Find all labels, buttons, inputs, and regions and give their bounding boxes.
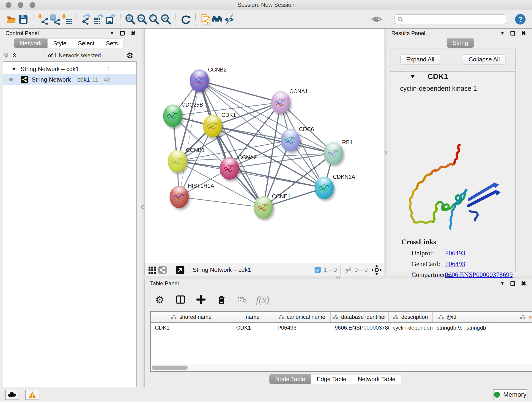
float-panel-icon[interactable]: ▼ — [500, 31, 505, 36]
help-button[interactable]: ? — [515, 14, 526, 25]
node-CDK1[interactable] — [203, 115, 222, 137]
search-input[interactable] — [403, 16, 500, 22]
node-CCNB2[interactable] — [190, 70, 209, 92]
column-header-name[interactable]: name — [232, 312, 273, 322]
right-splitter-handle[interactable] — [383, 151, 387, 154]
maximize-panel-icon[interactable] — [120, 31, 125, 36]
tab-style[interactable]: Style — [47, 38, 72, 48]
node-CCNA1[interactable] — [271, 91, 290, 114]
selected-checkbox-icon[interactable] — [315, 267, 321, 273]
export-table-button[interactable] — [93, 13, 104, 26]
close-panel-icon[interactable]: ✖ — [521, 30, 526, 37]
zoom-in-button[interactable] — [124, 13, 136, 26]
node-CDC6[interactable] — [281, 129, 300, 152]
warnings-button[interactable] — [25, 390, 39, 400]
edge-CCNB2-HIST1H1A[interactable] — [179, 81, 199, 197]
import-network-from-database-button[interactable] — [49, 13, 61, 26]
share-gray-icon — [157, 264, 167, 275]
collapse-all-chevron-icon[interactable] — [3, 52, 10, 59]
delete-column-button[interactable] — [215, 294, 228, 306]
node-CCNE1[interactable] — [254, 196, 273, 219]
node-CCNB1[interactable] — [168, 150, 187, 172]
show-all-button[interactable] — [371, 13, 383, 26]
zoom-out-button[interactable] — [136, 13, 148, 26]
crosslink-row: Compartments:9606.ENSP00000378699 — [390, 271, 515, 279]
node-HIST1H1A[interactable] — [170, 186, 189, 208]
edge-HIST1H1A-CCNE1[interactable] — [179, 197, 263, 207]
table-options-gear-icon[interactable]: ⚙ — [154, 294, 166, 306]
cell-description[interactable]: cyclin-dependent ... — [389, 325, 433, 331]
home-networks-button[interactable] — [211, 13, 223, 26]
hide-selected-button[interactable] — [223, 13, 235, 26]
float-panel-icon[interactable]: ▼ — [500, 281, 505, 286]
tab-select[interactable]: Select — [72, 38, 100, 48]
grid-view-button[interactable] — [147, 264, 157, 276]
collapse-all-button[interactable]: Collapse All — [463, 54, 506, 64]
column-header-@id[interactable]: @id — [433, 312, 462, 322]
maximize-panel-icon[interactable] — [510, 281, 515, 286]
column-header-namespace[interactable]: namespace — [462, 312, 532, 322]
column-header-canonical-name[interactable]: canonical name — [273, 312, 331, 322]
close-panel-icon[interactable]: ✖ — [131, 30, 136, 37]
gene-entry-header[interactable]: CDK1 — [390, 71, 515, 82]
import-network-from-file-button[interactable] — [37, 13, 49, 26]
search-box[interactable] — [394, 14, 506, 24]
open-session-button[interactable] — [6, 13, 17, 26]
network-canvas[interactable]: CCNB2CCNA1CDC25BCDK1CDC6RB1CCNB1CCNA2CDK… — [145, 29, 384, 263]
tab-sets[interactable]: Sets — [100, 38, 123, 48]
expand-all-chevron-icon[interactable] — [11, 52, 18, 59]
cell-name[interactable]: CDK1 — [232, 325, 273, 331]
birds-eye-view-button[interactable] — [175, 264, 185, 276]
float-panel-icon[interactable]: ▼ — [110, 31, 114, 36]
import-table-from-file-button[interactable] — [61, 13, 73, 26]
crosslink-link[interactable]: 9606.ENSP00000378699 — [445, 271, 513, 279]
export-image-button[interactable] — [104, 13, 116, 26]
node-CCNA2[interactable] — [220, 157, 239, 180]
expand-all-button[interactable]: Expand All — [400, 54, 440, 64]
network-options-gear-icon[interactable]: ⚙ — [127, 51, 133, 60]
entry-collapse-triangle[interactable] — [411, 75, 415, 78]
column-header-shared-name[interactable]: shared name — [151, 312, 232, 322]
pan-mode-button[interactable] — [371, 264, 382, 276]
results-panel: Results Panel ▼ ✖ String Expand All Coll… — [387, 29, 532, 276]
tab-string[interactable]: String — [447, 38, 474, 48]
memory-button[interactable]: Memory — [493, 389, 527, 400]
refresh-view-button[interactable] — [180, 13, 191, 26]
cell-shared-name[interactable]: CDK1 — [151, 325, 232, 331]
node-CDKN1A[interactable] — [315, 177, 334, 199]
table-row[interactable]: CDK1CDK1P064939606.ENSP00000378699cyclin… — [151, 323, 532, 333]
tab-network-table[interactable]: Network Table — [352, 374, 401, 384]
delete-table-button-disabled[interactable] — [236, 294, 248, 306]
cell-namespace[interactable]: stringdb — [462, 325, 532, 331]
save-session-button[interactable] — [17, 13, 29, 26]
close-panel-icon[interactable]: ✖ — [521, 280, 526, 287]
column-header-database-identifier[interactable]: database identifier — [331, 312, 389, 322]
node-CDC25B[interactable] — [163, 104, 182, 127]
network-row-selected[interactable]: String Network – cdk1 11 48 — [3, 74, 136, 85]
function-builder-button-disabled[interactable]: f(x) — [257, 294, 269, 306]
node-RB1[interactable] — [324, 142, 343, 165]
crosslink-link[interactable]: P06493 — [445, 260, 465, 268]
column-header-description[interactable]: description — [389, 312, 433, 322]
zoom-fit-button[interactable] — [148, 13, 160, 26]
network-share-view-button[interactable] — [157, 264, 167, 276]
export-image-icon — [105, 14, 116, 25]
tab-node-table[interactable]: Node Table — [269, 374, 311, 384]
crosslink-link[interactable]: P06493 — [445, 249, 465, 257]
cell-database-identifier[interactable]: 9606.ENSP00000378699 — [331, 325, 389, 331]
export-network-button[interactable] — [81, 13, 93, 26]
tab-edge-table[interactable]: Edge Table — [311, 374, 352, 384]
cloud-status-button[interactable] — [5, 390, 19, 400]
create-column-button[interactable] — [195, 294, 207, 306]
maximize-panel-icon[interactable] — [510, 31, 515, 36]
collection-expand-triangle[interactable] — [12, 68, 16, 70]
scrollbar-thumb[interactable] — [152, 366, 188, 370]
cell-canonical-name[interactable]: P06493 — [273, 325, 331, 331]
tab-network[interactable]: Network — [14, 38, 47, 48]
network-collection-row[interactable]: String Network – cdk1 1 — [3, 64, 136, 74]
horizontal-scrollbar[interactable] — [151, 364, 532, 371]
duplicate-network-button[interactable] — [199, 13, 211, 26]
cell-@id[interactable]: stringdb:9... — [433, 325, 462, 331]
show-columns-button[interactable] — [174, 294, 186, 306]
zoom-selected-button[interactable] — [160, 13, 172, 26]
